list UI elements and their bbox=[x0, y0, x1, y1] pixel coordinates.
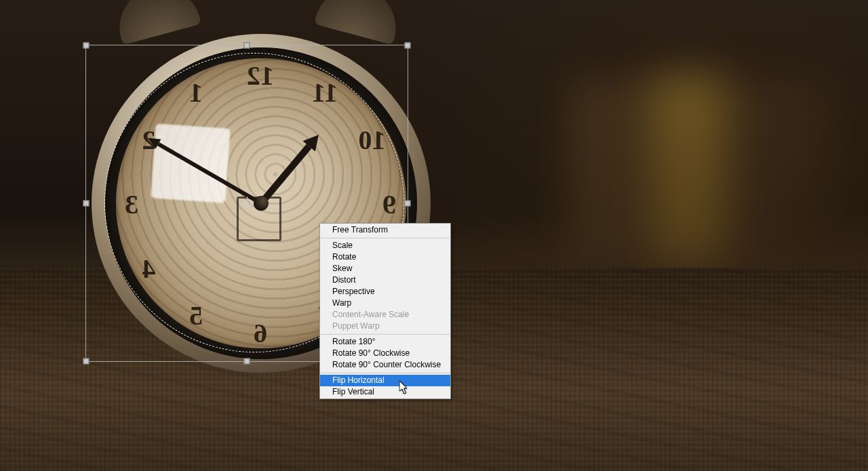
clock-numeral-5: 5 bbox=[179, 299, 213, 333]
menu-separator bbox=[321, 333, 450, 335]
clock-numeral-12: 12 bbox=[243, 58, 277, 92]
menu-item-scale[interactable]: Scale bbox=[320, 240, 450, 251]
menu-item-content-aware-scale: Content-Aware Scale bbox=[320, 309, 450, 321]
menu-item-free-transform[interactable]: Free Transform bbox=[320, 224, 450, 236]
menu-item-skew[interactable]: Skew bbox=[320, 263, 450, 274]
menu-item-warp[interactable]: Warp bbox=[320, 298, 450, 309]
background-blur-yellow bbox=[651, 75, 726, 264]
menu-item-rotate-90-counter-clockwise[interactable]: Rotate 90° Counter Clockwise bbox=[320, 359, 450, 371]
menu-item-flip-vertical[interactable]: Flip Vertical bbox=[320, 386, 450, 398]
clock-numeral-6: 6 bbox=[243, 316, 277, 350]
clock-numeral-3: 3 bbox=[115, 187, 149, 221]
clock-center-cap bbox=[254, 196, 269, 211]
menu-item-rotate[interactable]: Rotate bbox=[320, 251, 450, 263]
clock-numeral-4: 4 bbox=[132, 251, 165, 285]
menu-item-distort[interactable]: Distort bbox=[320, 274, 450, 286]
menu-item-flip-horizontal[interactable]: Flip Horizontal bbox=[320, 375, 450, 386]
clock-numeral-10: 10 bbox=[355, 123, 389, 157]
clock-hour-hand bbox=[258, 144, 311, 206]
menu-item-rotate-180[interactable]: Rotate 180° bbox=[320, 336, 450, 348]
clock-numeral-1: 1 bbox=[179, 75, 213, 109]
menu-item-perspective[interactable]: Perspective bbox=[320, 286, 450, 298]
menu-item-puppet-warp: Puppet Warp bbox=[320, 321, 450, 332]
menu-item-rotate-90-clockwise[interactable]: Rotate 90° Clockwise bbox=[320, 348, 450, 359]
transform-context-menu[interactable]: Free TransformScaleRotateSkewDistortPers… bbox=[319, 223, 451, 399]
menu-separator bbox=[321, 372, 450, 373]
clock-numeral-9: 9 bbox=[372, 187, 406, 221]
clock-numeral-11: 11 bbox=[308, 75, 342, 109]
menu-separator bbox=[321, 237, 450, 239]
